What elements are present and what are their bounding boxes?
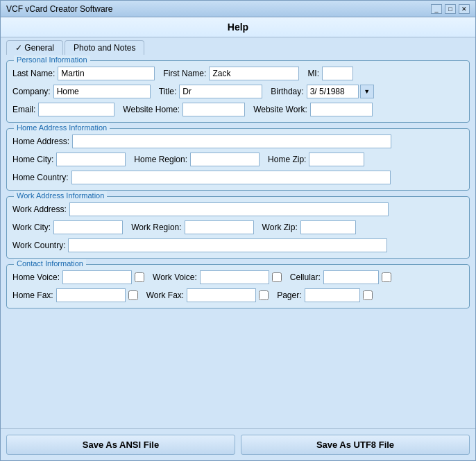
work-address-row: Work Address: — [12, 202, 464, 216]
work-zip-label: Work Zip: — [262, 223, 298, 232]
fax-row: Home Fax: Work Fax: Pager: — [12, 288, 464, 302]
save-utf8-button[interactable]: Save As UTF8 File — [241, 435, 470, 455]
work-country-row: Work Country: — [12, 238, 464, 252]
home-city-input[interactable] — [56, 153, 126, 166]
main-window: VCF vCard Creator Software _ □ ✕ Help ✓ … — [0, 0, 476, 461]
cellular-input[interactable] — [323, 270, 379, 284]
title-input[interactable] — [179, 85, 262, 98]
maximize-button[interactable]: □ — [445, 4, 456, 14]
home-address-input[interactable] — [72, 134, 391, 148]
work-address-input[interactable] — [69, 202, 389, 216]
name-row: Last Name: First Name: MI: — [12, 67, 464, 80]
first-name-input[interactable] — [209, 67, 299, 80]
birthday-dropdown-button[interactable]: ▼ — [360, 85, 374, 98]
window-controls: _ □ ✕ — [431, 4, 470, 14]
cellular-checkbox[interactable] — [382, 272, 391, 282]
home-country-input[interactable] — [71, 171, 391, 184]
personal-info-section: Personal Information Last Name: First Na… — [6, 60, 470, 123]
work-city-row: Work City: Work Region: Work Zip: — [12, 220, 464, 234]
title-bar: VCF vCard Creator Software _ □ ✕ — [1, 1, 475, 17]
work-fax-input[interactable] — [187, 288, 256, 302]
work-fax-checkbox[interactable] — [259, 290, 269, 300]
title-label: Title: — [159, 87, 177, 96]
website-home-label: Website Home: — [123, 105, 180, 114]
voice-row: Home Voice: Work Voice: Cellular: — [12, 270, 464, 284]
tab-photo-notes[interactable]: Photo and Notes — [65, 40, 144, 55]
work-country-input[interactable] — [68, 238, 387, 252]
home-address-row: Home Address: — [12, 134, 464, 148]
window-title: VCF vCard Creator Software — [6, 4, 112, 14]
home-address-section: Home Address Information Home Address: H… — [6, 128, 470, 191]
work-address-label: Work Address: — [12, 205, 67, 214]
help-label: Help — [228, 21, 248, 33]
home-region-input[interactable] — [190, 153, 260, 166]
help-bar: Help — [1, 17, 475, 37]
email-label: Email: — [12, 105, 35, 114]
website-work-input[interactable] — [310, 103, 373, 116]
save-ansi-button[interactable]: Save As ANSI File — [6, 435, 235, 455]
footer: Save As ANSI File Save As UTF8 File — [1, 428, 475, 460]
home-address-title: Home Address Information — [14, 123, 110, 132]
company-row: Company: Title: Birthday: ▼ — [12, 85, 464, 98]
home-city-label: Home City: — [12, 155, 53, 164]
home-region-label: Home Region: — [134, 155, 187, 164]
last-name-label: Last Name: — [12, 69, 55, 78]
tab-general-icon: ✓ — [15, 43, 24, 53]
home-fax-checkbox[interactable] — [128, 290, 138, 300]
email-input[interactable] — [38, 103, 114, 116]
home-fax-label: Home Fax: — [12, 290, 53, 300]
work-fax-label: Work Fax: — [146, 290, 184, 300]
last-name-input[interactable] — [58, 67, 155, 80]
home-voice-input[interactable] — [62, 270, 132, 284]
home-city-row: Home City: Home Region: Home Zip: — [12, 153, 464, 166]
work-zip-input[interactable] — [300, 220, 356, 234]
website-home-input[interactable] — [182, 103, 245, 116]
company-label: Company: — [12, 87, 51, 96]
website-work-label: Website Work: — [253, 105, 307, 114]
work-country-label: Work Country: — [12, 241, 65, 250]
home-country-label: Home Country: — [12, 173, 69, 182]
mi-input[interactable] — [322, 67, 353, 80]
personal-info-title: Personal Information — [14, 55, 90, 64]
pager-input[interactable] — [305, 288, 360, 302]
work-voice-checkbox[interactable] — [272, 272, 282, 282]
birthday-input[interactable] — [307, 85, 359, 98]
pager-checkbox[interactable] — [363, 290, 373, 300]
work-voice-input[interactable] — [200, 270, 269, 284]
home-fax-input[interactable] — [56, 288, 126, 302]
email-row: Email: Website Home: Website Work: — [12, 103, 464, 116]
work-region-input[interactable] — [185, 220, 254, 234]
work-address-title: Work Address Information — [14, 191, 107, 200]
first-name-label: First Name: — [163, 69, 206, 78]
close-button[interactable]: ✕ — [459, 4, 470, 14]
pager-label: Pager: — [277, 290, 301, 300]
work-address-section: Work Address Information Work Address: W… — [6, 196, 470, 259]
content-area: Personal Information Last Name: First Na… — [1, 55, 475, 428]
contact-info-section: Contact Information Home Voice: Work Voi… — [6, 264, 470, 308]
home-zip-label: Home Zip: — [268, 155, 306, 164]
mi-label: MI: — [307, 69, 319, 78]
work-region-label: Work Region: — [131, 223, 181, 232]
company-input[interactable] — [53, 85, 151, 98]
home-zip-input[interactable] — [309, 153, 364, 166]
home-country-row: Home Country: — [12, 171, 464, 184]
work-voice-label: Work Voice: — [153, 272, 197, 282]
home-address-label: Home Address: — [12, 137, 69, 146]
minimize-button[interactable]: _ — [431, 4, 442, 14]
cellular-label: Cellular: — [290, 272, 321, 282]
birthday-label: Birthday: — [271, 87, 303, 96]
contact-info-title: Contact Information — [14, 259, 86, 268]
work-city-input[interactable] — [53, 220, 123, 234]
birthday-container: ▼ — [307, 85, 374, 98]
work-city-label: Work City: — [12, 223, 51, 232]
tab-general[interactable]: ✓ General — [6, 40, 63, 55]
home-voice-label: Home Voice: — [12, 272, 60, 282]
home-voice-checkbox[interactable] — [135, 272, 144, 282]
tab-bar: ✓ General Photo and Notes — [1, 37, 475, 55]
